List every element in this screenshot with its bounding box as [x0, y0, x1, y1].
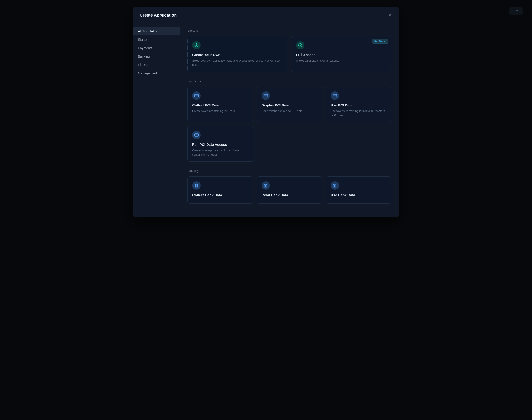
- create-application-modal: Create Application × All Templates Start…: [133, 7, 399, 217]
- display-pci-title: Display PCI Data: [262, 103, 317, 107]
- full-access-desc: Allows all operations on all tokens.: [296, 59, 386, 63]
- card-icon-wrap-display: [262, 91, 270, 100]
- sidebar-item-management[interactable]: Management: [133, 69, 180, 77]
- banking-section: Banking: [187, 169, 391, 204]
- starters-cards-grid: Create Your Own Select your own applicat…: [187, 36, 391, 72]
- bank-icon-wrap-collect: [192, 181, 201, 190]
- card-icon-use: [333, 94, 337, 98]
- collect-pci-title: Collect PCI Data: [192, 103, 248, 107]
- card-icon-full-pci: [194, 133, 199, 137]
- card-icon-display: [264, 94, 268, 98]
- bank-icon-use: [333, 183, 337, 188]
- card-icon-wrap-use: [331, 91, 339, 100]
- modal-close-button[interactable]: ×: [387, 12, 392, 18]
- modal-header: Create Application ×: [133, 7, 399, 23]
- clock-icon: [194, 43, 199, 47]
- collect-bank-data-card[interactable]: Collect Bank Data: [187, 176, 253, 204]
- payments-section: Payments Collect PCI Data: [187, 79, 391, 162]
- use-pci-desc: Use tokens containing PCI data in Reacto…: [331, 109, 386, 117]
- use-pci-title: Use PCI Data: [331, 103, 386, 107]
- display-pci-data-card[interactable]: Display PCI Data Read tokens containing …: [257, 87, 322, 122]
- display-pci-desc: Read tokens containing PCI data.: [262, 109, 317, 113]
- use-pci-data-card[interactable]: Use PCI Data Use tokens containing PCI d…: [326, 87, 391, 122]
- full-pci-desc: Create, manage, read and use tokens cont…: [192, 148, 249, 157]
- bank-icon-wrap-read: [262, 181, 270, 190]
- sidebar-item-all-templates[interactable]: All Templates: [133, 27, 180, 35]
- collect-pci-data-card[interactable]: Collect PCI Data Create tokens containin…: [187, 87, 253, 122]
- collect-bank-title: Collect Bank Data: [192, 193, 248, 197]
- sidebar-item-starters[interactable]: Starters: [133, 35, 180, 44]
- use-bank-title: Use Bank Data: [331, 193, 386, 197]
- sidebar-item-payments[interactable]: Payments: [133, 44, 180, 52]
- sidebar-item-pii-data[interactable]: Pii Data: [133, 61, 180, 69]
- modal-title: Create Application: [140, 13, 177, 18]
- card-icon-collect: [194, 94, 199, 98]
- check-circle-icon: [298, 43, 302, 47]
- collect-pci-desc: Create tokens containing PCI data.: [192, 109, 248, 113]
- svg-rect-3: [264, 94, 268, 97]
- full-access-card[interactable]: Get Started Full Access Allows all opera…: [291, 36, 391, 72]
- payments-section-title: Payments: [187, 79, 391, 83]
- full-pci-title: Full PCI Data Access: [192, 143, 249, 147]
- full-pci-data-access-card[interactable]: Full PCI Data Access Create, manage, rea…: [187, 126, 254, 162]
- clock-icon-wrap: [192, 41, 201, 49]
- create-your-own-title: Create Your Own: [192, 53, 282, 57]
- full-access-title: Full Access: [296, 53, 386, 57]
- svg-marker-14: [195, 184, 198, 185]
- create-your-own-card[interactable]: Create Your Own Select your own applicat…: [187, 36, 287, 72]
- content-area: Starters Create Your Own: [180, 23, 399, 217]
- read-bank-title: Read Bank Data: [262, 193, 317, 197]
- sidebar-nav: All Templates Starters Payments Banking …: [133, 23, 180, 217]
- page-background: + Cr Create Application × All Templates …: [5, 5, 527, 420]
- modal-overlay: Create Application × All Templates Start…: [0, 0, 532, 420]
- get-started-badge: Get Started: [372, 39, 388, 44]
- bank-icon-read: [264, 183, 268, 188]
- card-icon-wrap-collect: [192, 91, 201, 100]
- read-bank-data-card[interactable]: Read Bank Data: [257, 176, 322, 204]
- modal-body: All Templates Starters Payments Banking …: [133, 23, 399, 217]
- starters-section: Starters Create Your Own: [187, 29, 391, 72]
- banking-section-title: Banking: [187, 169, 391, 173]
- bank-icon-wrap-use: [331, 181, 339, 190]
- svg-marker-20: [264, 184, 267, 185]
- svg-rect-7: [195, 134, 199, 136]
- starters-section-title: Starters: [187, 29, 391, 32]
- bank-icon-collect: [194, 183, 199, 188]
- use-bank-data-card[interactable]: Use Bank Data: [326, 176, 391, 204]
- create-your-own-desc: Select your own application type and acc…: [192, 59, 282, 67]
- banking-cards-grid: Collect Bank Data: [187, 176, 391, 204]
- svg-rect-5: [333, 94, 337, 97]
- svg-rect-1: [195, 94, 199, 97]
- sidebar-item-banking[interactable]: Banking: [133, 52, 180, 61]
- svg-marker-26: [333, 184, 336, 185]
- card-icon-wrap-full-pci: [192, 131, 201, 139]
- payments-cards-grid: Collect PCI Data Create tokens containin…: [187, 87, 391, 122]
- check-circle-icon-wrap: [296, 41, 305, 49]
